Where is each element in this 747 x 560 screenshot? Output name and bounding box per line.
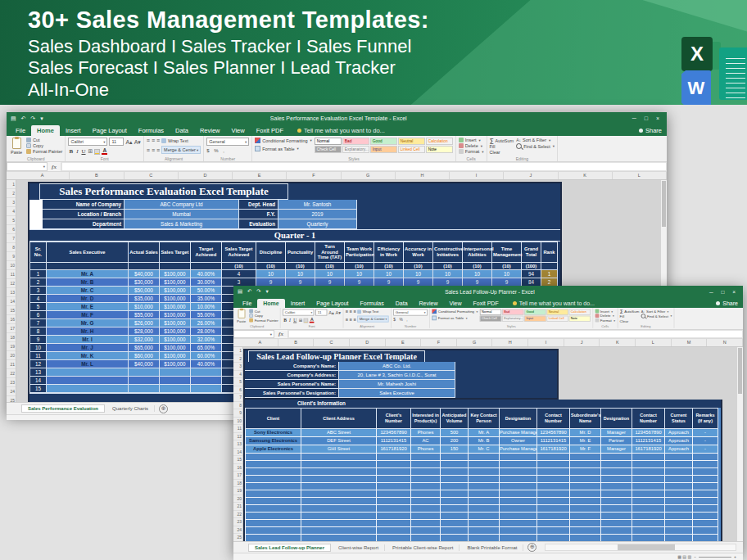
row-header-13[interactable]: 13 — [233, 440, 242, 449]
cell[interactable]: 500 — [441, 429, 469, 437]
cell[interactable] — [632, 461, 665, 468]
cell[interactable] — [441, 505, 469, 513]
insert-cells-button[interactable]: Insert▾ — [459, 138, 484, 142]
column-subheader[interactable]: (10) — [315, 263, 345, 270]
cell[interactable] — [47, 385, 129, 393]
cell[interactable] — [301, 498, 377, 505]
row-header-23[interactable]: 23 — [7, 378, 16, 387]
cell[interactable] — [665, 498, 693, 505]
find-select-button[interactable]: Find & Select▾ — [516, 143, 555, 149]
cell[interactable] — [411, 483, 441, 490]
align-top-icon[interactable]: ≡ — [147, 138, 150, 143]
column-header-A[interactable]: A — [242, 339, 278, 346]
cell[interactable] — [570, 505, 601, 513]
cell[interactable] — [377, 483, 411, 490]
column-subheader[interactable]: (10) — [404, 263, 433, 270]
row-header-24[interactable]: 24 — [7, 387, 16, 396]
cell[interactable]: 1617181920 — [632, 445, 665, 454]
cell[interactable] — [377, 505, 411, 513]
cell[interactable] — [632, 505, 665, 513]
cell[interactable]: 1617181920 — [377, 445, 411, 454]
cell[interactable]: Mr. D — [47, 295, 129, 303]
cell[interactable] — [601, 483, 632, 490]
cell[interactable]: Mr. F — [570, 445, 601, 454]
column-header[interactable]: Team Work Participation — [345, 242, 374, 263]
cell[interactable]: GHI Street — [301, 445, 377, 454]
style-chip-linked-cell[interactable]: Linked Cell — [546, 316, 568, 322]
column-headers-strip[interactable]: ABCDEFGHIJKL — [7, 172, 667, 180]
cell[interactable]: $100,000 — [160, 270, 191, 278]
row-header-17[interactable]: 17 — [7, 324, 16, 333]
cell[interactable] — [537, 527, 570, 535]
cell[interactable] — [665, 476, 693, 483]
style-chip-input[interactable]: Input — [370, 146, 397, 153]
cell[interactable] — [632, 476, 665, 483]
cell[interactable] — [500, 527, 537, 535]
column-subheader[interactable]: (10) — [222, 263, 256, 270]
cut-button[interactable]: Cut — [249, 309, 278, 314]
cell[interactable]: Mr. J — [47, 344, 129, 352]
cell[interactable]: 3 — [222, 278, 256, 287]
cell[interactable] — [693, 527, 718, 535]
cell[interactable]: 35.00% — [191, 295, 222, 303]
column-header[interactable]: Designation — [500, 409, 537, 429]
cell[interactable] — [500, 476, 537, 483]
cell[interactable]: 15 — [30, 385, 47, 393]
cell[interactable] — [160, 377, 191, 385]
cell[interactable] — [301, 483, 377, 490]
ribbon-tab-file[interactable]: File — [237, 299, 257, 308]
cell[interactable]: 2 — [30, 278, 47, 287]
cell[interactable]: $10,000 — [129, 303, 160, 311]
column-header-H[interactable]: H — [396, 172, 450, 179]
column-subheader[interactable]: (10) — [345, 263, 374, 270]
cell[interactable] — [601, 520, 632, 527]
window-controls[interactable]: ─ □ × — [709, 289, 739, 295]
italic-button[interactable]: I — [75, 148, 79, 155]
style-chip-linked-cell[interactable]: Linked Cell — [398, 146, 425, 153]
cell[interactable] — [301, 468, 377, 476]
align-bottom-icon[interactable]: ≡ — [353, 309, 355, 314]
cell[interactable] — [601, 527, 632, 535]
row-header-21[interactable]: 21 — [233, 503, 242, 511]
column-header-J[interactable]: J — [564, 339, 600, 346]
row-header-13[interactable]: 13 — [7, 288, 16, 297]
zoom-in-button[interactable]: + — [734, 554, 736, 559]
column-header[interactable]: Actual Sales — [129, 242, 160, 263]
cell[interactable] — [665, 490, 693, 498]
style-chip-normal[interactable]: Normal — [315, 138, 342, 145]
cell[interactable]: Mr. A — [469, 429, 500, 437]
cell[interactable] — [441, 498, 469, 505]
cell[interactable]: 10 — [433, 270, 463, 278]
cell[interactable] — [441, 520, 469, 527]
cell[interactable] — [160, 368, 191, 377]
number-format-buttons[interactable]: $ % , — [393, 318, 409, 322]
info-value[interactable]: ABC Co. Ltd. — [339, 362, 455, 371]
cell[interactable]: Partner — [601, 437, 632, 445]
cell[interactable]: $26,000 — [129, 319, 160, 327]
cell[interactable]: 10 — [256, 270, 286, 278]
row-header-15[interactable]: 15 — [7, 306, 16, 315]
share-button[interactable]: Share — [634, 127, 667, 136]
row-header-3[interactable]: 3 — [7, 198, 16, 207]
font-name-select[interactable]: Calibri▾ — [68, 138, 107, 146]
cell[interactable]: 9 — [433, 278, 463, 287]
row-header-5[interactable]: 5 — [7, 216, 16, 225]
merge-center-button[interactable]: Merge & Center▾ — [161, 146, 201, 154]
column-header[interactable]: Subordinate's Name — [570, 409, 601, 429]
row-headers-strip[interactable]: 1234567891011121314151617181920212223242… — [7, 180, 16, 402]
cell[interactable]: Approach — [665, 445, 693, 454]
cell[interactable] — [632, 520, 665, 527]
column-header[interactable]: Rank — [541, 242, 558, 263]
cell[interactable] — [411, 461, 441, 468]
cell[interactable]: $40,000 — [129, 270, 160, 278]
cell[interactable] — [693, 461, 718, 468]
cell[interactable] — [246, 490, 301, 498]
format-painter-button[interactable]: Format Painter — [249, 318, 278, 323]
underline-button[interactable]: U — [80, 148, 86, 155]
style-chip-explanatory-[interactable]: Explanatory... — [502, 316, 523, 322]
fx-icon[interactable]: fx — [48, 162, 61, 171]
format-cells-button[interactable]: Format▾ — [459, 149, 484, 154]
column-header[interactable]: Constructive Initiatives — [433, 242, 463, 263]
cell[interactable]: $100,000 — [160, 336, 191, 344]
row-header-4[interactable]: 4 — [7, 207, 16, 216]
